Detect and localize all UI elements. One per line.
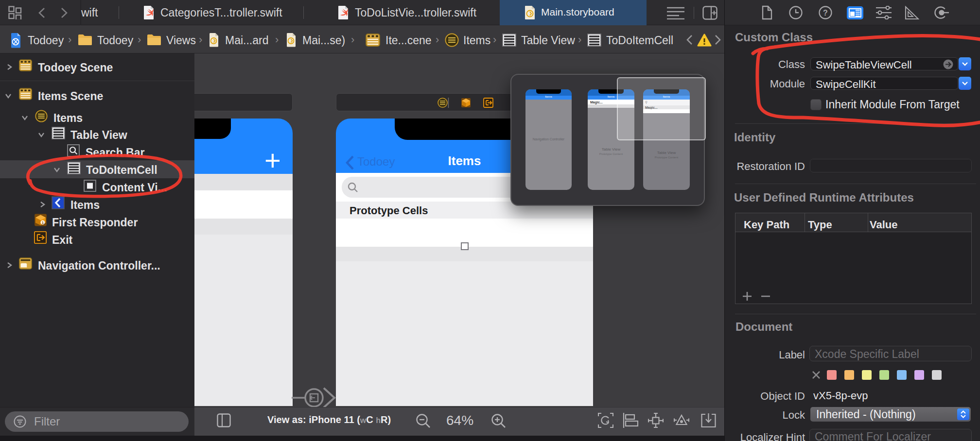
svg-text:?: ?	[823, 9, 828, 17]
svg-text:1: 1	[42, 220, 44, 225]
